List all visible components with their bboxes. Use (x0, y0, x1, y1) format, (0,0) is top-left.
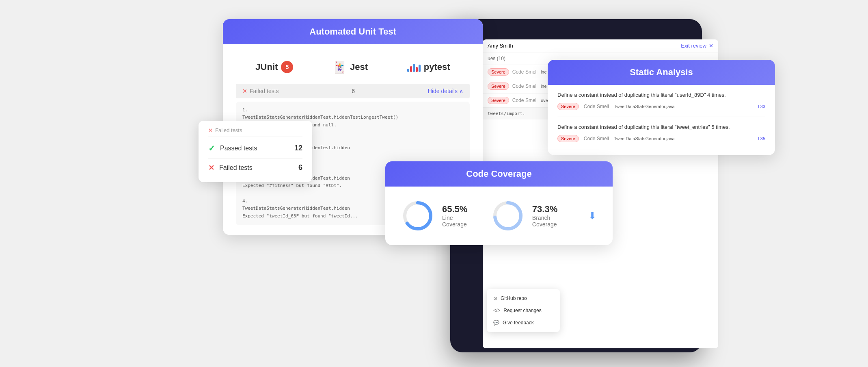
issue-1-line[interactable]: L33 (758, 104, 765, 109)
jest-label: Jest (350, 62, 368, 72)
passed-stat-row: ✓ Passed tests 12 (208, 140, 302, 156)
branch-coverage-label: Branch Coverage (532, 215, 569, 228)
branch-coverage-text: 73.3% Branch Coverage (532, 204, 569, 228)
coverage-card: Code Coverage 65.5% Line Coverage (385, 161, 613, 245)
issue-2-type: Code Smell (584, 136, 609, 141)
logos-row: JUnit 5 🃏 Jest pyt (236, 54, 470, 84)
severity-badge: Severe (488, 68, 509, 76)
exit-review-button[interactable]: Exit review ✕ (681, 43, 713, 49)
tablet-context-menu: ⊙ GitHub repo </> Request changes 💬 Give… (487, 289, 560, 332)
junit-label: JUnit (255, 62, 278, 72)
main-scene: Amy Smith Exit review ✕ ues (10) Severe … (190, 11, 678, 356)
unit-test-title: Automated Unit Test (309, 26, 396, 37)
failed-stat-label: Failed tests (219, 164, 294, 172)
coverage-body: 65.5% Line Coverage 73.3% Branch Coverag… (385, 187, 613, 245)
mini-header-label: Failed tests (215, 127, 242, 133)
issue-2-file: TweetDataStatsGenerator.java (614, 136, 753, 141)
line-coverage-text: 65.5% Line Coverage (442, 204, 472, 228)
code-icon: </> (493, 308, 500, 313)
static-analysis-card: Static Analysis Define a constant instea… (548, 60, 775, 155)
issue-type: Code Smell (512, 83, 538, 89)
failed-count: 6 (352, 88, 355, 94)
static-body: Define a constant instead of duplicating… (548, 85, 775, 155)
issue-1-text: Define a constant instead of duplicating… (557, 91, 765, 99)
check-icon: ✓ (208, 143, 215, 153)
passed-label: Passed tests (220, 145, 289, 152)
pytest-icon (407, 62, 421, 72)
exit-review-label: Exit review (681, 43, 706, 49)
failed-label: ✕ Failed tests (242, 88, 279, 94)
branch-coverage-circle (492, 200, 524, 232)
failed-stat-row: ✕ Failed tests 6 (208, 160, 302, 176)
junit-logo: JUnit 5 (255, 61, 293, 73)
issue-1-file: TweetDataStatsGenerator.java (614, 104, 753, 109)
cross-icon: ✕ (208, 163, 214, 172)
jest-icon: 🃏 (333, 61, 347, 74)
severity-badge: Severe (488, 83, 509, 90)
menu-request-label: Request changes (503, 308, 541, 313)
github-icon: ⊙ (493, 295, 497, 301)
pytest-logo: pytest (407, 62, 450, 72)
static-issue-1: Define a constant instead of duplicating… (557, 91, 765, 110)
chevron-up-icon: ∧ (459, 88, 463, 94)
x-small-icon: ✕ (208, 127, 213, 133)
issue-type: Code Smell (512, 98, 538, 103)
tablet-header: Amy Smith Exit review ✕ (483, 39, 718, 52)
line-coverage-circle (402, 200, 434, 232)
line-coverage-pct: 65.5% (442, 204, 472, 215)
menu-feedback-label: Give feedback (503, 320, 534, 326)
branch-coverage-pct: 73.3% (532, 204, 569, 215)
unit-test-card-header: Automated Unit Test (223, 19, 483, 44)
chat-icon: 💬 (493, 320, 499, 326)
static-title: Static Analysis (630, 67, 693, 77)
line-coverage-item: 65.5% Line Coverage (402, 200, 472, 232)
tablet-menu-github[interactable]: ⊙ GitHub repo (487, 292, 560, 304)
menu-github-label: GitHub repo (501, 295, 527, 301)
hide-details-button[interactable]: Hide details ∧ (428, 88, 463, 94)
tablet-menu-feedback[interactable]: 💬 Give feedback (487, 317, 560, 329)
jest-logo: 🃏 Jest (333, 61, 368, 74)
mini-card-header: ✕ Failed tests (208, 127, 302, 137)
issue-2-line[interactable]: L35 (758, 136, 765, 141)
test-summary-bar: ✕ Failed tests 6 Hide details ∧ (236, 84, 470, 98)
issue-type: Code Smell (512, 69, 538, 75)
download-button[interactable]: ⬇ (588, 210, 596, 222)
failed-stat-count: 6 (298, 163, 302, 172)
issue-2-text: Define a constant instead of duplicating… (557, 124, 765, 131)
issue-2-meta: Severe Code Smell TweetDataStatsGenerato… (557, 135, 765, 142)
junit-version: 5 (281, 61, 293, 73)
pytest-label: pytest (424, 62, 450, 72)
tablet-user: Amy Smith (488, 43, 513, 49)
coverage-title: Code Coverage (466, 169, 531, 179)
failed-text: Failed tests (250, 88, 279, 94)
stat-divider (208, 158, 302, 159)
x-icon: ✕ (242, 88, 247, 94)
issue-divider (557, 117, 765, 117)
issue-2-severity: Severe (557, 135, 579, 142)
close-icon: ✕ (709, 43, 713, 49)
severity-badge: Severe (488, 97, 509, 104)
issue-1-type: Code Smell (584, 104, 609, 109)
issue-1-meta: Severe Code Smell TweetDataStatsGenerato… (557, 103, 765, 110)
line-coverage-label: Line Coverage (442, 215, 472, 228)
static-issue-2: Define a constant instead of duplicating… (557, 124, 765, 142)
mini-stats-card: ✕ Failed tests ✓ Passed tests 12 ✕ Faile… (199, 121, 312, 182)
static-card-header: Static Analysis (548, 60, 775, 85)
issue-1-severity: Severe (557, 103, 579, 110)
passed-count: 12 (294, 144, 302, 152)
code-line-1: 1. (242, 106, 463, 114)
branch-coverage-item: 73.3% Branch Coverage (492, 200, 569, 232)
tablet-menu-request[interactable]: </> Request changes (487, 304, 560, 317)
hide-details-label: Hide details (428, 88, 458, 94)
coverage-card-header: Code Coverage (385, 161, 613, 187)
